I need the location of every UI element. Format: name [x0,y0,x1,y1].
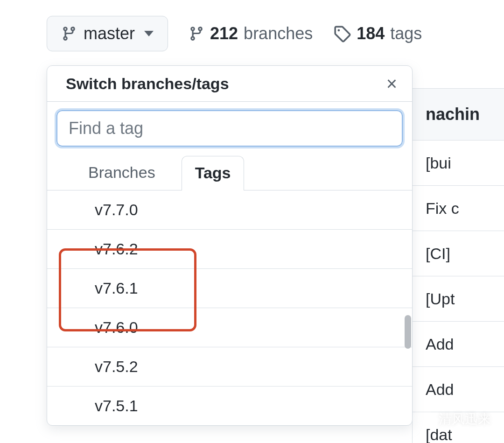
tag-item[interactable]: v7.6.0 [47,308,412,347]
file-list-row[interactable]: Add [413,367,504,412]
git-branch-icon [61,25,77,42]
branches-link[interactable]: 212 branches [189,24,313,43]
file-list-row[interactable]: Add [413,322,504,367]
tags-link[interactable]: 184 tags [333,24,422,43]
file-list-header: nachin [413,88,504,141]
background-file-list: nachin [bui Fix c [CI] [Upt Add Add [dat [412,88,504,443]
tag-item[interactable]: v7.6.2 [47,230,412,269]
close-button[interactable]: × [386,74,397,93]
popover-title: Switch branches/tags [66,75,229,93]
tag-item[interactable]: v7.7.0 [47,190,412,230]
tab-tags[interactable]: Tags [182,156,245,190]
watermark-text: 清风迅来 [439,410,491,428]
branch-tag-switcher-popover: Switch branches/tags × Branches Tags v7.… [47,65,413,426]
caret-down-icon [144,31,154,36]
file-list-row[interactable]: [bui [413,141,504,186]
tag-search-input[interactable] [56,110,403,147]
wechat-icon [413,408,434,430]
file-list-row[interactable]: [Upt [413,276,504,322]
scrollbar-thumb[interactable] [405,315,411,349]
watermark: 清风迅来 [413,408,491,430]
tag-icon [333,25,351,42]
tag-item[interactable]: v7.5.2 [47,347,412,387]
branch-label: branches [244,24,313,43]
git-branch-icon [189,25,204,42]
tag-label: tags [390,24,422,43]
tag-item[interactable]: v7.6.1 [47,269,412,308]
branch-selector-button[interactable]: master [47,16,168,51]
tag-count: 184 [357,24,385,43]
file-list-row[interactable]: [CI] [413,231,504,276]
current-branch-name: master [84,24,135,43]
file-list-row[interactable]: Fix c [413,186,504,231]
branch-count: 212 [210,24,238,43]
tag-item[interactable]: v7.5.1 [47,387,412,425]
tag-list: v7.7.0 v7.6.2 v7.6.1 v7.6.0 v7.5.2 v7.5.… [47,190,412,425]
close-icon: × [386,73,397,94]
tab-branches[interactable]: Branches [75,155,168,190]
